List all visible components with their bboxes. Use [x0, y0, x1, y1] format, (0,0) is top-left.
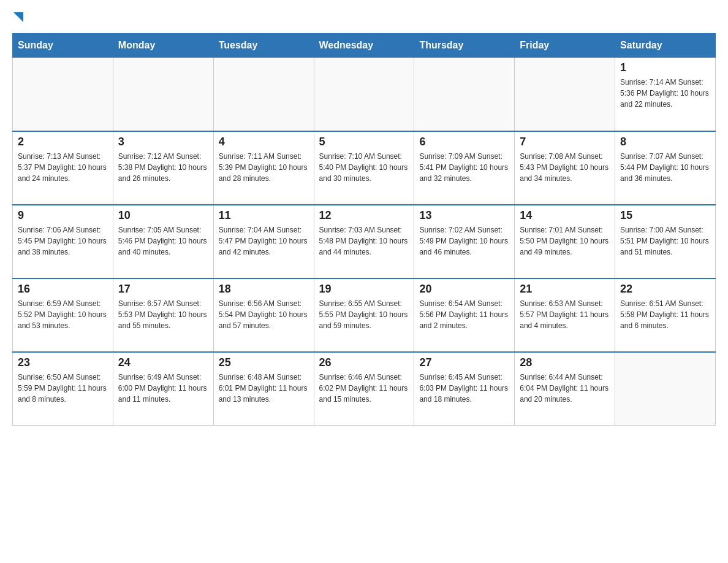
- calendar-header-tuesday: Tuesday: [213, 34, 314, 58]
- day-number: 18: [219, 283, 309, 296]
- calendar-cell: 9Sunrise: 7:06 AM Sunset: 5:45 PM Daylig…: [13, 205, 113, 278]
- calendar-week-row: 16Sunrise: 6:59 AM Sunset: 5:52 PM Dayli…: [13, 278, 716, 352]
- page-header: [12, 12, 716, 21]
- day-number: 15: [620, 209, 710, 222]
- calendar-cell: 14Sunrise: 7:01 AM Sunset: 5:50 PM Dayli…: [515, 205, 615, 278]
- day-info: Sunrise: 7:02 AM Sunset: 5:49 PM Dayligh…: [419, 224, 509, 258]
- day-number: 3: [118, 136, 208, 148]
- day-number: 2: [18, 136, 108, 148]
- day-number: 25: [219, 356, 309, 369]
- day-info: Sunrise: 7:10 AM Sunset: 5:40 PM Dayligh…: [319, 151, 409, 184]
- day-number: 24: [118, 356, 208, 369]
- calendar-header-row: SundayMondayTuesdayWednesdayThursdayFrid…: [13, 34, 716, 58]
- day-number: 9: [18, 209, 108, 222]
- calendar-cell: [13, 58, 113, 131]
- calendar-cell: 6Sunrise: 7:09 AM Sunset: 5:41 PM Daylig…: [414, 131, 515, 205]
- calendar-cell: 18Sunrise: 6:56 AM Sunset: 5:54 PM Dayli…: [213, 278, 314, 352]
- day-number: 5: [319, 136, 409, 148]
- svg-marker-0: [13, 12, 23, 22]
- calendar-cell: 11Sunrise: 7:04 AM Sunset: 5:47 PM Dayli…: [213, 205, 314, 278]
- calendar-cell: 16Sunrise: 6:59 AM Sunset: 5:52 PM Dayli…: [13, 278, 113, 352]
- day-number: 8: [620, 136, 710, 148]
- day-info: Sunrise: 6:50 AM Sunset: 5:59 PM Dayligh…: [18, 372, 108, 405]
- calendar-week-row: 9Sunrise: 7:06 AM Sunset: 5:45 PM Daylig…: [13, 205, 716, 278]
- calendar-cell: 2Sunrise: 7:13 AM Sunset: 5:37 PM Daylig…: [13, 131, 113, 205]
- calendar-cell: 12Sunrise: 7:03 AM Sunset: 5:48 PM Dayli…: [314, 205, 414, 278]
- calendar-table: SundayMondayTuesdayWednesdayThursdayFrid…: [12, 33, 716, 426]
- calendar-cell: 23Sunrise: 6:50 AM Sunset: 5:59 PM Dayli…: [13, 352, 113, 426]
- day-number: 27: [419, 356, 509, 369]
- calendar-cell: 17Sunrise: 6:57 AM Sunset: 5:53 PM Dayli…: [113, 278, 213, 352]
- day-info: Sunrise: 6:57 AM Sunset: 5:53 PM Dayligh…: [118, 298, 208, 331]
- calendar-cell: [213, 58, 314, 131]
- day-info: Sunrise: 6:56 AM Sunset: 5:54 PM Dayligh…: [219, 298, 309, 331]
- calendar-header-thursday: Thursday: [414, 34, 515, 58]
- calendar-cell: [113, 58, 213, 131]
- day-number: 6: [419, 136, 509, 148]
- day-info: Sunrise: 7:06 AM Sunset: 5:45 PM Dayligh…: [18, 224, 108, 258]
- calendar-week-row: 2Sunrise: 7:13 AM Sunset: 5:37 PM Daylig…: [13, 131, 716, 205]
- logo: [12, 12, 28, 21]
- day-info: Sunrise: 6:53 AM Sunset: 5:57 PM Dayligh…: [520, 298, 610, 331]
- calendar-cell: 13Sunrise: 7:02 AM Sunset: 5:49 PM Dayli…: [414, 205, 515, 278]
- calendar-cell: 3Sunrise: 7:12 AM Sunset: 5:38 PM Daylig…: [113, 131, 213, 205]
- calendar-cell: [615, 352, 716, 426]
- calendar-cell: [314, 58, 414, 131]
- day-info: Sunrise: 6:54 AM Sunset: 5:56 PM Dayligh…: [419, 298, 509, 331]
- day-number: 22: [620, 283, 710, 296]
- calendar-cell: 15Sunrise: 7:00 AM Sunset: 5:51 PM Dayli…: [615, 205, 716, 278]
- calendar-cell: [515, 58, 615, 131]
- day-info: Sunrise: 7:03 AM Sunset: 5:48 PM Dayligh…: [319, 224, 409, 258]
- day-number: 17: [118, 283, 208, 296]
- day-info: Sunrise: 7:07 AM Sunset: 5:44 PM Dayligh…: [620, 151, 710, 184]
- day-info: Sunrise: 6:48 AM Sunset: 6:01 PM Dayligh…: [219, 372, 309, 405]
- calendar-header-wednesday: Wednesday: [314, 34, 414, 58]
- day-number: 19: [319, 283, 409, 296]
- day-info: Sunrise: 6:51 AM Sunset: 5:58 PM Dayligh…: [620, 298, 710, 331]
- day-number: 21: [520, 283, 610, 296]
- calendar-cell: 22Sunrise: 6:51 AM Sunset: 5:58 PM Dayli…: [615, 278, 716, 352]
- logo-triangle-icon: [13, 10, 28, 25]
- day-info: Sunrise: 7:12 AM Sunset: 5:38 PM Dayligh…: [118, 151, 208, 184]
- calendar-cell: 10Sunrise: 7:05 AM Sunset: 5:46 PM Dayli…: [113, 205, 213, 278]
- day-info: Sunrise: 6:46 AM Sunset: 6:02 PM Dayligh…: [319, 372, 409, 405]
- calendar-header-friday: Friday: [515, 34, 615, 58]
- calendar-cell: 21Sunrise: 6:53 AM Sunset: 5:57 PM Dayli…: [515, 278, 615, 352]
- day-number: 4: [219, 136, 309, 148]
- calendar-cell: 1Sunrise: 7:14 AM Sunset: 5:36 PM Daylig…: [615, 58, 716, 131]
- day-number: 23: [18, 356, 108, 369]
- day-info: Sunrise: 7:00 AM Sunset: 5:51 PM Dayligh…: [620, 224, 710, 258]
- calendar-cell: 5Sunrise: 7:10 AM Sunset: 5:40 PM Daylig…: [314, 131, 414, 205]
- calendar-header-saturday: Saturday: [615, 34, 716, 58]
- day-info: Sunrise: 6:59 AM Sunset: 5:52 PM Dayligh…: [18, 298, 108, 331]
- day-number: 12: [319, 209, 409, 222]
- calendar-week-row: 1Sunrise: 7:14 AM Sunset: 5:36 PM Daylig…: [13, 58, 716, 131]
- day-number: 7: [520, 136, 610, 148]
- calendar-header-monday: Monday: [113, 34, 213, 58]
- calendar-header-sunday: Sunday: [13, 34, 113, 58]
- day-info: Sunrise: 7:04 AM Sunset: 5:47 PM Dayligh…: [219, 224, 309, 258]
- calendar-cell: 25Sunrise: 6:48 AM Sunset: 6:01 PM Dayli…: [213, 352, 314, 426]
- day-info: Sunrise: 6:49 AM Sunset: 6:00 PM Dayligh…: [118, 372, 208, 405]
- day-number: 14: [520, 209, 610, 222]
- day-info: Sunrise: 7:13 AM Sunset: 5:37 PM Dayligh…: [18, 151, 108, 184]
- day-info: Sunrise: 7:11 AM Sunset: 5:39 PM Dayligh…: [219, 151, 309, 184]
- calendar-week-row: 23Sunrise: 6:50 AM Sunset: 5:59 PM Dayli…: [13, 352, 716, 426]
- day-info: Sunrise: 7:09 AM Sunset: 5:41 PM Dayligh…: [419, 151, 509, 184]
- calendar-cell: [414, 58, 515, 131]
- day-number: 1: [620, 61, 710, 74]
- day-number: 13: [419, 209, 509, 222]
- day-number: 20: [419, 283, 509, 296]
- calendar-cell: 24Sunrise: 6:49 AM Sunset: 6:00 PM Dayli…: [113, 352, 213, 426]
- day-info: Sunrise: 7:08 AM Sunset: 5:43 PM Dayligh…: [520, 151, 610, 184]
- calendar-cell: 19Sunrise: 6:55 AM Sunset: 5:55 PM Dayli…: [314, 278, 414, 352]
- calendar-cell: 27Sunrise: 6:45 AM Sunset: 6:03 PM Dayli…: [414, 352, 515, 426]
- day-number: 11: [219, 209, 309, 222]
- day-info: Sunrise: 6:55 AM Sunset: 5:55 PM Dayligh…: [319, 298, 409, 331]
- day-number: 28: [520, 356, 610, 369]
- day-info: Sunrise: 7:05 AM Sunset: 5:46 PM Dayligh…: [118, 224, 208, 258]
- day-number: 26: [319, 356, 409, 369]
- day-number: 16: [18, 283, 108, 296]
- calendar-cell: 8Sunrise: 7:07 AM Sunset: 5:44 PM Daylig…: [615, 131, 716, 205]
- calendar-cell: 26Sunrise: 6:46 AM Sunset: 6:02 PM Dayli…: [314, 352, 414, 426]
